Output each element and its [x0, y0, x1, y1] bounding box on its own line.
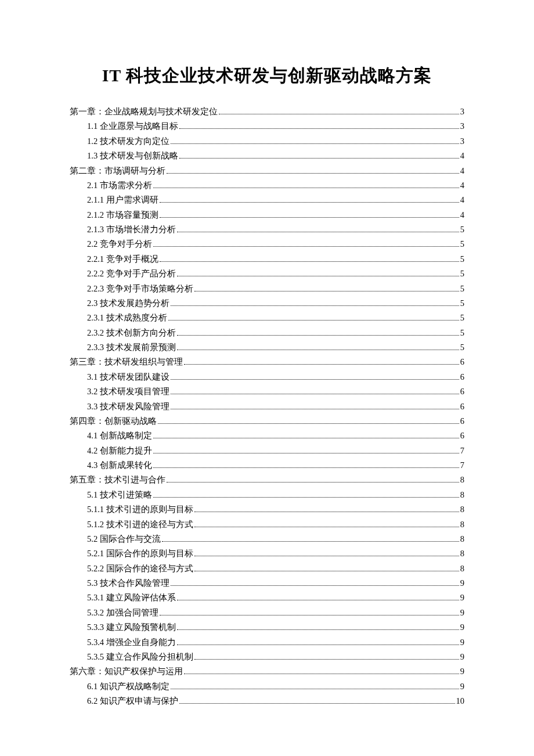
toc-entry[interactable]: 5.3.1 建立风险评估体系9 [70, 591, 464, 604]
toc-entry[interactable]: 2.1 市场需求分析4 [70, 179, 464, 192]
toc-leader-dots [167, 173, 459, 174]
toc-entry-page: 8 [460, 518, 464, 531]
toc-leader-dots [171, 409, 459, 409]
toc-entry[interactable]: 第五章：技术引进与合作8 [70, 473, 464, 487]
toc-entry-label: 5.2.1 国际合作的原则与目标 [87, 547, 193, 560]
toc-entry-label: 2.2 竞争对手分析 [87, 237, 152, 251]
toc-entry-page: 4 [460, 164, 464, 178]
toc-entry-page: 7 [460, 459, 464, 472]
toc-entry-label: 2.3.1 技术成熟度分析 [87, 311, 167, 325]
toc-leader-dots [160, 217, 459, 218]
toc-entry[interactable]: 3.3 技术研发风险管理6 [70, 400, 464, 413]
toc-entry[interactable]: 1.1 企业愿景与战略目标3 [70, 120, 464, 133]
toc-entry-page: 8 [460, 473, 464, 487]
toc-entry-label: 5.1.2 技术引进的途径与方式 [87, 518, 193, 531]
toc-leader-dots [179, 128, 459, 129]
toc-leader-dots [171, 379, 459, 380]
toc-entry-page: 9 [460, 621, 464, 634]
toc-entry-page: 9 [460, 591, 464, 604]
toc-leader-dots [177, 645, 459, 645]
toc-entry[interactable]: 2.2 竞争对手分析5 [70, 237, 464, 251]
toc-entry[interactable]: 5.2.2 国际合作的途径与方式8 [70, 562, 464, 575]
toc-entry-page: 9 [460, 606, 464, 620]
toc-entry[interactable]: 4.1 创新战略制定6 [70, 429, 464, 442]
toc-leader-dots [177, 232, 459, 232]
toc-entry[interactable]: 2.2.1 竞争对手概况5 [70, 253, 464, 266]
table-of-contents: 第一章：企业战略规划与技术研发定位31.1 企业愿景与战略目标31.2 技术研发… [70, 105, 464, 708]
toc-entry[interactable]: 6.1 知识产权战略制定9 [70, 680, 464, 693]
toc-leader-dots [153, 497, 459, 498]
toc-entry[interactable]: 1.2 技术研发方向定位3 [70, 135, 464, 148]
toc-entry-label: 3.3 技术研发风险管理 [87, 400, 169, 413]
toc-entry[interactable]: 第一章：企业战略规划与技术研发定位3 [70, 105, 464, 118]
toc-entry[interactable]: 5.3.4 增强企业自身能力9 [70, 636, 464, 649]
toc-entry-label: 5.3.1 建立风险评估体系 [87, 591, 176, 604]
toc-entry-page: 5 [460, 223, 464, 236]
toc-entry[interactable]: 5.1.2 技术引进的途径与方式8 [70, 518, 464, 531]
toc-entry[interactable]: 1.3 技术研发与创新战略4 [70, 149, 464, 163]
toc-entry[interactable]: 6.2 知识产权申请与保护10 [70, 694, 464, 708]
toc-entry-page: 9 [460, 650, 464, 664]
toc-entry-page: 8 [460, 532, 464, 546]
toc-leader-dots [194, 659, 459, 660]
toc-entry[interactable]: 第二章：市场调研与分析4 [70, 164, 464, 178]
toc-leader-dots [219, 114, 459, 114]
toc-entry-page: 5 [460, 237, 464, 251]
toc-entry-label: 2.1 市场需求分析 [87, 179, 152, 192]
toc-entry-label: 第二章：市场调研与分析 [70, 164, 165, 178]
toc-entry-page: 9 [460, 636, 464, 649]
toc-entry[interactable]: 5.1.1 技术引进的原则与目标8 [70, 503, 464, 516]
toc-entry[interactable]: 5.1 技术引进策略8 [70, 488, 464, 502]
toc-leader-dots [153, 453, 459, 453]
toc-entry-page: 8 [460, 547, 464, 560]
toc-entry[interactable]: 第三章：技术研发组织与管理6 [70, 355, 464, 369]
toc-entry[interactable]: 5.2 国际合作与交流8 [70, 532, 464, 546]
toc-entry[interactable]: 4.2 创新能力提升7 [70, 444, 464, 458]
toc-entry[interactable]: 3.2 技术研发项目管理6 [70, 385, 464, 398]
toc-entry-label: 2.2.1 竞争对手概况 [87, 253, 158, 266]
toc-entry-page: 6 [460, 415, 464, 428]
toc-entry-label: 2.1.2 市场容量预测 [87, 208, 158, 222]
toc-entry-label: 第六章：知识产权保护与运用 [70, 665, 183, 678]
toc-entry-page: 9 [460, 665, 464, 678]
toc-entry-label: 3.1 技术研发团队建设 [87, 370, 169, 384]
toc-entry-label: 2.3.3 技术发展前景预测 [87, 341, 176, 354]
toc-leader-dots [153, 188, 459, 188]
toc-entry[interactable]: 2.1.2 市场容量预测4 [70, 208, 464, 222]
toc-entry[interactable]: 第六章：知识产权保护与运用9 [70, 665, 464, 678]
toc-entry-label: 5.1.1 技术引进的原则与目标 [87, 503, 193, 516]
toc-entry-page: 5 [460, 341, 464, 354]
toc-entry[interactable]: 3.1 技术研发团队建设6 [70, 370, 464, 384]
toc-entry[interactable]: 第四章：创新驱动战略6 [70, 415, 464, 428]
toc-entry[interactable]: 2.1.1 用户需求调研4 [70, 193, 464, 207]
toc-entry-label: 2.2.3 竞争对手市场策略分析 [87, 282, 193, 296]
toc-entry-label: 4.1 创新战略制定 [87, 429, 152, 442]
toc-entry[interactable]: 5.3.3 建立风险预警机制9 [70, 621, 464, 634]
toc-entry[interactable]: 2.3 技术发展趋势分析5 [70, 297, 464, 310]
toc-entry[interactable]: 4.3 创新成果转化7 [70, 459, 464, 472]
toc-entry[interactable]: 2.3.1 技术成熟度分析5 [70, 311, 464, 325]
toc-leader-dots [171, 394, 459, 394]
toc-leader-dots [171, 689, 459, 689]
toc-entry[interactable]: 5.3.2 加强合同管理9 [70, 606, 464, 620]
toc-leader-dots [177, 350, 459, 350]
toc-entry-page: 4 [460, 208, 464, 222]
toc-entry[interactable]: 5.2.1 国际合作的原则与目标8 [70, 547, 464, 560]
toc-entry[interactable]: 2.3.3 技术发展前景预测5 [70, 341, 464, 354]
toc-entry-label: 2.1.1 用户需求调研 [87, 193, 158, 207]
toc-entry-label: 第三章：技术研发组织与管理 [70, 355, 183, 369]
document-title: IT 科技企业技术研发与创新驱动战略方案 [70, 64, 464, 88]
toc-entry[interactable]: 2.2.3 竞争对手市场策略分析5 [70, 282, 464, 296]
toc-entry[interactable]: 5.3 技术合作风险管理9 [70, 577, 464, 590]
toc-entry-page: 9 [460, 680, 464, 693]
toc-entry-label: 3.2 技术研发项目管理 [87, 385, 169, 398]
toc-entry-page: 4 [460, 149, 464, 163]
toc-leader-dots [194, 291, 459, 291]
toc-entry[interactable]: 2.3.2 技术创新方向分析5 [70, 326, 464, 340]
toc-entry-page: 5 [460, 267, 464, 280]
toc-entry[interactable]: 5.3.5 建立合作风险分担机制9 [70, 650, 464, 664]
toc-leader-dots [177, 600, 459, 600]
toc-entry[interactable]: 2.1.3 市场增长潜力分析5 [70, 223, 464, 236]
toc-entry-page: 4 [460, 193, 464, 207]
toc-entry[interactable]: 2.2.2 竞争对手产品分析5 [70, 267, 464, 280]
